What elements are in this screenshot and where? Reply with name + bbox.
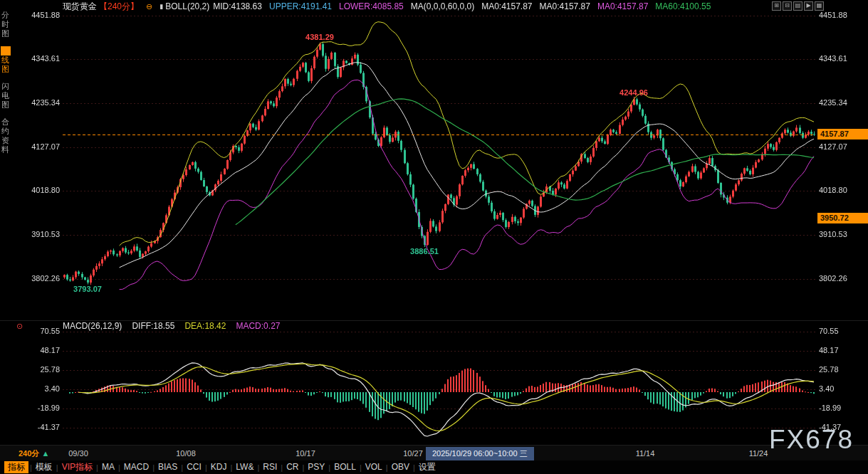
ma0-value-1: MA0:4157.87 (481, 1, 532, 11)
indicator-tab-12[interactable]: BOLL (330, 461, 360, 473)
indicator-tab-0[interactable]: 指标 (4, 461, 28, 473)
indicator-tab-14[interactable]: OBV (388, 461, 413, 473)
price-annotation: 3793.07 (69, 285, 106, 293)
price-axis-label: 4343.61 (819, 54, 857, 63)
price-axis-label: 3910.53 (819, 230, 857, 238)
indicator-tab-1[interactable]: 模板 (32, 461, 56, 473)
window-control-icons: ⊞⊟▤▶▦ (772, 1, 824, 11)
indicator-tab-4[interactable]: MACD (120, 461, 152, 473)
macd-indicator-header: MACD(26,12,9) DIFF:18.55 DEA:18.42 MACD:… (63, 321, 280, 331)
indicator-tab-6[interactable]: CCI (183, 461, 205, 473)
price-axis-label: 4451.88 (21, 11, 60, 19)
play-icon[interactable]: ▶ (804, 1, 813, 11)
indicator-tab-9[interactable]: RSI (259, 461, 281, 473)
candlestick-chart-canvas[interactable] (0, 0, 868, 474)
price-axis-label: 4018.80 (819, 186, 857, 194)
up-triangle-icon: ▲ (41, 449, 49, 458)
boll-lower-value: LOWER:4085.85 (339, 1, 404, 11)
boll-icon: ▮ (160, 3, 163, 10)
crosshair-datetime-label: 2025/10/29 06:00~10:00 三 (426, 447, 534, 460)
price-axis-label: 4235.34 (819, 98, 857, 107)
time-axis-label: 09/30 (63, 449, 94, 458)
period-label: 240分 (19, 449, 39, 458)
price-annotation: 3886.51 (406, 247, 443, 256)
price-axis-label: 4451.88 (819, 11, 857, 19)
boll-upper-value: UPPER:4191.41 (269, 1, 332, 11)
time-axis-label: 10/27 (397, 449, 429, 458)
time-axis-label: 11/14 (629, 449, 661, 458)
macd-axis-label: -18.99 (21, 404, 60, 412)
macd-axis-label: -41.37 (21, 423, 60, 431)
macd-macd-value: MACD:0.27 (236, 321, 280, 331)
tab-contract-info[interactable]: 合约资料 (1, 117, 11, 154)
layout-icon[interactable]: ▤ (793, 1, 802, 11)
price-axis-label: 4235.34 (21, 98, 60, 107)
time-axis-label: 10/17 (290, 449, 321, 458)
symbol-title: 现货黄金 (63, 1, 97, 13)
indicator-tab-7[interactable]: KDJ (207, 461, 231, 473)
price-axis-label: 4343.61 (21, 54, 60, 63)
price-axis-label: 4127.07 (21, 142, 60, 151)
boll-mid-value: MID:4138.63 (213, 1, 262, 11)
price-axis-label: 4127.07 (819, 142, 857, 151)
macd-dea-value: DEA:18.42 (184, 321, 226, 331)
indicator-tab-5[interactable]: BIAS (155, 461, 181, 473)
tab-flash-chart[interactable]: 闪电图 (1, 82, 11, 110)
grid-icon[interactable]: ▦ (815, 1, 824, 11)
period-tag: 【240分】 (99, 1, 139, 13)
boll-settings-label: BOLL(20,2) (165, 1, 209, 11)
minus-circle-icon[interactable]: ⊖ (146, 2, 152, 11)
time-axis-label: 10/08 (170, 449, 202, 458)
macd-axis-label: -18.99 (819, 404, 857, 412)
tab-kline-chart[interactable]: K线图 (1, 46, 11, 74)
tab-time-chart[interactable]: 分时图 (1, 11, 11, 38)
chart-header: 现货黄金 【240分】 ⊖ ▮ BOLL(20,2) MID:4138.63 U… (63, 1, 711, 12)
macd-title: MACD(26,12,9) (63, 321, 122, 331)
indicator-tab-10[interactable]: CR (283, 461, 302, 473)
price-axis-label: 3910.53 (21, 230, 60, 238)
indicator-tab-11[interactable]: PSY (304, 461, 328, 473)
chart-type-sidebar: 分时图K线图闪电图合约资料 (0, 11, 11, 154)
macd-diff-value: DIFF:18.55 (132, 321, 174, 331)
fx678-watermark: FX678 (769, 425, 854, 455)
price-axis-label: 4018.80 (21, 186, 60, 194)
macd-axis-label: 70.55 (819, 327, 857, 335)
price-axis-label: 3802.26 (21, 274, 60, 283)
ma60-value: MA60:4100.55 (655, 1, 711, 11)
zoom-out-icon[interactable]: ⊟ (783, 1, 792, 11)
ma0-value-2: MA0:4157.87 (540, 1, 590, 11)
price-axis-label: 3802.26 (819, 274, 857, 283)
indicator-tab-13[interactable]: VOL (362, 461, 386, 473)
macd-axis-label: 25.78 (21, 365, 60, 374)
indicator-tab-8[interactable]: LW& (232, 461, 257, 473)
reference-price-tag: 3950.72 (817, 213, 868, 223)
current-price-tag: 4157.87 (817, 129, 868, 139)
indicator-tab-bar: 指标|模板|VIP指标|MA|MACD|BIAS|CCI|KDJ|LW&|RSI… (0, 460, 868, 474)
chart-application: 现货黄金 【240分】 ⊖ ▮ BOLL(20,2) MID:4138.63 U… (0, 0, 868, 474)
macd-axis-label: 3.40 (819, 384, 857, 393)
macd-axis-label: 70.55 (21, 327, 60, 335)
ma-settings-label: MA(0,0,0,60,0,0) (411, 1, 474, 11)
time-axis: 240分 ▲ 2025/10/29 06:00~10:00 三 09/3010/… (0, 445, 868, 461)
price-annotation: 4244.96 (615, 88, 652, 97)
macd-axis-label: 25.78 (819, 365, 857, 374)
price-annotation: 4381.29 (301, 33, 338, 41)
macd-axis-label: 48.17 (21, 346, 60, 354)
ma0-value-3: MA0:4157.87 (597, 1, 648, 11)
indicator-tab-2[interactable]: VIP指标 (58, 461, 96, 473)
indicator-tab-3[interactable]: MA (98, 461, 118, 473)
macd-axis-label: 3.40 (21, 384, 60, 393)
macd-axis-label: 48.17 (819, 346, 857, 354)
indicator-tab-15[interactable]: 设置 (415, 461, 439, 473)
zoom-in-icon[interactable]: ⊞ (772, 1, 781, 11)
period-selector[interactable]: 240分 ▲ (19, 448, 49, 459)
indicator-marker-icon[interactable]: ⊙ (16, 322, 23, 331)
